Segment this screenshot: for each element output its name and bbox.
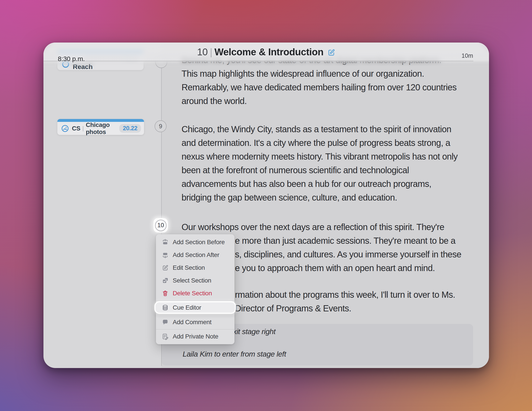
script-line: e more than just academic sessions. They… xyxy=(235,234,475,247)
section-marker-10-highlight[interactable]: 10 xyxy=(153,218,168,232)
menu-divider xyxy=(156,329,235,329)
select-section-icon xyxy=(162,277,169,284)
menu-item-label: Select Section xyxy=(173,277,211,284)
stage-direction-line: xit stage right xyxy=(233,327,276,336)
script-line: This map highlights the widespread influ… xyxy=(181,67,475,81)
sidebar-card-chicago-photos[interactable]: CS | Chicago photos 20.22 xyxy=(57,119,144,135)
menu-item-label: Delete Section xyxy=(173,290,212,297)
section-marker-number: 9 xyxy=(159,123,162,130)
script-line: bridging the gap between science, cultur… xyxy=(181,191,475,204)
script-line: around the world. xyxy=(181,94,475,108)
script-line: nexus where modernity meets history. Thi… xyxy=(181,150,475,163)
script-line: and determination. It's a city where the… xyxy=(181,136,475,150)
card-duration-badge: 20.22 xyxy=(119,124,141,133)
menu-item-label: Edit Section xyxy=(173,264,205,271)
database-icon xyxy=(162,304,169,311)
script-line: been at the forefront of numerous scient… xyxy=(181,163,475,177)
menu-divider xyxy=(156,300,235,301)
script-line: Remarkably, we have dedicated members ha… xyxy=(181,81,475,94)
page-title: 10|Welcome & Introduction xyxy=(43,46,489,57)
section-title: Welcome & Introduction xyxy=(214,46,323,57)
edit-section-icon xyxy=(162,264,169,271)
menu-item-label: Add Section Before xyxy=(173,239,225,246)
section-duration: 10m xyxy=(461,53,473,59)
stage-direction-line: Laila Kim to enter from stage left xyxy=(183,350,286,358)
menu-item-label: Cue Editor xyxy=(173,304,201,311)
section-context-menu: Add Section Before Add Section After E xyxy=(156,234,235,344)
menu-item-add-comment[interactable]: Add Comment xyxy=(156,316,235,329)
script-line: Our workshops over the next days are a r… xyxy=(181,220,475,234)
menu-item-cue-editor[interactable]: Cue Editor xyxy=(154,301,236,314)
card-code: CS xyxy=(72,125,80,132)
card-separator: | xyxy=(82,125,84,132)
edit-title-button[interactable] xyxy=(327,48,335,57)
script-line: advancements but has also been a hub for… xyxy=(181,177,475,191)
title-separator: | xyxy=(208,46,214,57)
script-line: Chicago, the Windy City, stands as a tes… xyxy=(181,122,475,136)
time-marker-label: 8:30 p.m. xyxy=(58,55,85,63)
add-section-before-icon xyxy=(162,239,169,246)
menu-item-add-private-note[interactable]: Add Private Note xyxy=(156,330,235,343)
trash-icon xyxy=(162,290,169,297)
menu-item-label: Add Section After xyxy=(173,251,219,258)
menu-item-delete-section[interactable]: Delete Section xyxy=(156,287,235,300)
menu-item-label: Add Comment xyxy=(173,319,211,326)
script-line: s, disciplines, and cultures. As you imm… xyxy=(235,247,475,261)
comment-icon xyxy=(162,319,169,326)
header-divider xyxy=(43,61,473,61)
private-note-icon xyxy=(162,333,169,340)
script-paragraph[interactable]: Chicago, the Windy City, stands as a tes… xyxy=(181,122,475,204)
section-marker-9[interactable]: 9 xyxy=(155,120,167,132)
photo-icon xyxy=(61,125,69,132)
menu-item-add-section-before[interactable]: Add Section Before xyxy=(156,236,235,249)
menu-item-select-section[interactable]: Select Section xyxy=(156,274,235,287)
menu-spacer xyxy=(156,314,235,316)
add-section-after-icon xyxy=(162,251,169,258)
menu-item-label: Add Private Note xyxy=(173,333,218,340)
app-window: Behind me, you'll see our state-of-the-a… xyxy=(43,43,489,368)
script-line: Director of Programs & Events. xyxy=(235,301,475,315)
section-marker-number: 10 xyxy=(157,222,164,229)
script-line: e you to approach them with an open hear… xyxy=(235,261,475,275)
card-title: Chicago photos xyxy=(86,121,119,136)
menu-item-add-section-after[interactable]: Add Section After xyxy=(156,249,235,261)
section-marker-10[interactable]: 10 xyxy=(155,220,167,231)
section-number: 10 xyxy=(197,46,208,57)
script-line: rmation about the programs this week, I'… xyxy=(235,288,475,301)
menu-item-edit-section[interactable]: Edit Section xyxy=(156,261,235,274)
